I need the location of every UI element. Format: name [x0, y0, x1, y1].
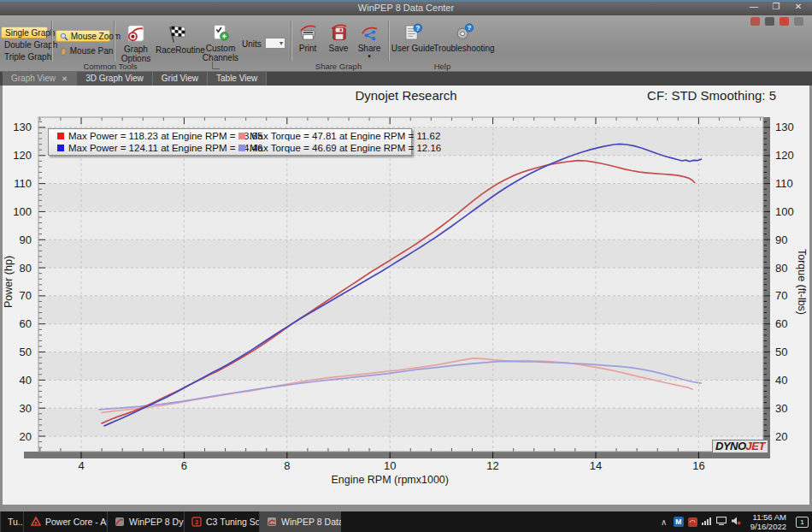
- power-tick-label: 40: [20, 374, 32, 387]
- system-tray: ∧ M ◠ 11:56 AM 9/16/2022 1: [659, 511, 809, 532]
- tray-mail-icon[interactable]: M: [674, 517, 684, 527]
- print-button[interactable]: Print: [293, 22, 322, 53]
- tab-graph-view-label: Graph View: [11, 74, 56, 83]
- bottom-axis-bar: [24, 452, 770, 458]
- single-graph-button[interactable]: Single Graph: [1, 27, 48, 38]
- taskbar-item-c3-tuning[interactable]: 3 C3 Tuning Software: [184, 511, 259, 532]
- tray-network-icon[interactable]: [702, 517, 712, 527]
- troubleshooting-button[interactable]: ? Troubleshooting: [433, 22, 495, 53]
- double-graph-button[interactable]: Double Graph: [1, 39, 48, 51]
- power-tick-label: 120: [13, 149, 32, 162]
- ribbon: Single Graph Double Graph Triple Graph M…: [0, 15, 812, 72]
- custom-channels-label-1: Custom: [202, 44, 239, 53]
- rpm-tick-label: 14: [590, 459, 602, 472]
- quick-icon-1[interactable]: [750, 17, 760, 26]
- tab-close-icon[interactable]: ✕: [62, 74, 68, 83]
- power-tick-label: 20: [20, 430, 32, 443]
- torque-tick-label: 30: [775, 402, 787, 415]
- chart-legend: Max Power = 118.23 at Engine RPM = 13.65…: [48, 128, 412, 156]
- raceroutine-button[interactable]: RaceRoutine: [156, 26, 200, 55]
- close-icon[interactable]: ✕: [791, 1, 805, 13]
- plot-area[interactable]: [38, 117, 763, 452]
- dynojet-logo-text-1: DYNO: [715, 440, 746, 452]
- save-label: Save: [324, 44, 353, 53]
- taskbar-clock[interactable]: 11:56 AM 9/16/2022: [750, 512, 786, 531]
- share-icon: [360, 22, 380, 42]
- save-button[interactable]: Save: [324, 22, 353, 53]
- torque-tick-label: 20: [775, 430, 787, 443]
- units-dropdown[interactable]: ▾: [265, 38, 285, 49]
- quick-icon-3[interactable]: [780, 17, 789, 26]
- taskbar-item-winpep-dyno-label: WinPEP 8 Dyno Co...: [129, 517, 184, 527]
- tray-app-icon[interactable]: ◠: [688, 517, 697, 527]
- tray-chevron-up-icon[interactable]: ∧: [659, 517, 669, 527]
- legend-entry-run1-power: Max Power = 118.23 at Engine RPM = 13.65: [52, 131, 233, 141]
- legend-entry-run2-power: Max Power = 124.11 at Engine RPM = 14.46: [52, 143, 233, 153]
- right-axis-title: Torque (ft-lbs): [796, 249, 808, 315]
- power-tick-label: 80: [20, 262, 32, 275]
- mouse-pan-button[interactable]: Mouse Pan: [56, 45, 110, 57]
- rpm-tick-label: 12: [486, 459, 498, 472]
- legend-text: Max Torque = 47.81 at Engine RPM = 11.62: [250, 131, 440, 141]
- taskbar-item-partial[interactable]: Tu...: [0, 511, 23, 532]
- view-tabstrip: Graph View✕ 3D Graph View Grid View Tabl…: [0, 72, 812, 86]
- group-label-share-graph: Share Graph: [291, 62, 385, 71]
- rpm-tick-label: 16: [692, 459, 704, 472]
- quick-icon-2[interactable]: [765, 17, 774, 26]
- tab-graph-view[interactable]: Graph View✕: [3, 72, 77, 86]
- power-tick-label: 110: [14, 177, 32, 190]
- legend-row: Max Power = 118.23 at Engine RPM = 13.65…: [52, 130, 408, 142]
- troubleshooting-label: Troubleshooting: [433, 44, 495, 53]
- window-edge-bottom: [0, 505, 812, 511]
- titlebar: WinPEP 8 Data Center — ❐ ✕: [0, 0, 812, 15]
- taskbar-item-winpep-dyno[interactable]: WinPEP 8 Dyno Co...: [107, 511, 184, 532]
- taskbar-item-winpep-data-center-label: WinPEP 8 Data Cen...: [281, 517, 341, 527]
- svg-text:?: ?: [468, 24, 472, 32]
- torque-tick-label: 120: [775, 149, 794, 162]
- legend-marker-icon: [57, 133, 64, 139]
- window-title: WinPEP 8 Data Center: [0, 3, 812, 13]
- taskbar-item-partial-label: Tu...: [8, 517, 23, 527]
- share-label: Share: [355, 44, 384, 53]
- c3-tuning-icon: 3: [191, 517, 202, 527]
- minimize-icon[interactable]: —: [747, 1, 761, 13]
- torque-tick-label: 90: [775, 233, 787, 246]
- power-tick-label: 30: [20, 402, 32, 415]
- clock-date: 9/16/2022: [750, 522, 786, 531]
- dialog-launcher-icon[interactable]: [212, 62, 220, 69]
- rpm-tick-label: 4: [78, 459, 84, 472]
- rpm-tick-label: 6: [181, 459, 187, 472]
- torque-tick-label: 100: [775, 205, 794, 218]
- tab-3d-graph-view[interactable]: 3D Graph View: [77, 72, 153, 86]
- band: [38, 352, 763, 381]
- tab-3d-graph-view-label: 3D Graph View: [85, 74, 144, 83]
- window-controls: — ❐ ✕: [747, 1, 805, 13]
- svg-text:?: ?: [415, 25, 420, 33]
- dynojet-logo-text-2: JET: [746, 440, 765, 452]
- legend-marker-icon: [238, 145, 245, 151]
- dynojet-logo: DYNOJET: [712, 440, 768, 453]
- taskbar-item-winpep-data-center[interactable]: WinPEP 8 Data Cen...: [259, 511, 341, 532]
- quick-icon-4[interactable]: [794, 17, 803, 26]
- power-tick-label: 50: [20, 346, 32, 358]
- power-tick-label: 60: [20, 317, 32, 330]
- mouse-zoom-button[interactable]: Mouse Zoom: [56, 30, 110, 42]
- tab-grid-view[interactable]: Grid View: [153, 72, 208, 86]
- user-guide-button[interactable]: ? User Guide: [391, 22, 435, 53]
- tray-display-icon[interactable]: [716, 517, 727, 527]
- tray-volume-icon[interactable]: [731, 517, 741, 527]
- taskbar-item-power-core-label: Power Core - Appli...: [45, 517, 107, 527]
- tab-table-view[interactable]: Table View: [208, 72, 267, 86]
- share-dropdown-icon: ▾: [355, 54, 384, 58]
- maximize-icon[interactable]: ❐: [769, 1, 783, 13]
- graph-options-button[interactable]: Graph Options: [116, 24, 156, 63]
- custom-channels-button[interactable]: Custom Channels: [202, 23, 239, 62]
- legend-marker-icon: [57, 145, 64, 151]
- tab-table-view-label: Table View: [216, 74, 257, 83]
- torque-tick-label: 110: [775, 177, 793, 190]
- taskbar-item-power-core[interactable]: Power Core - Appli...: [23, 511, 107, 532]
- notification-center-icon[interactable]: 1: [796, 517, 809, 528]
- user-guide-icon: ?: [403, 22, 423, 42]
- share-button[interactable]: Share ▾: [355, 22, 384, 58]
- band: [38, 296, 763, 324]
